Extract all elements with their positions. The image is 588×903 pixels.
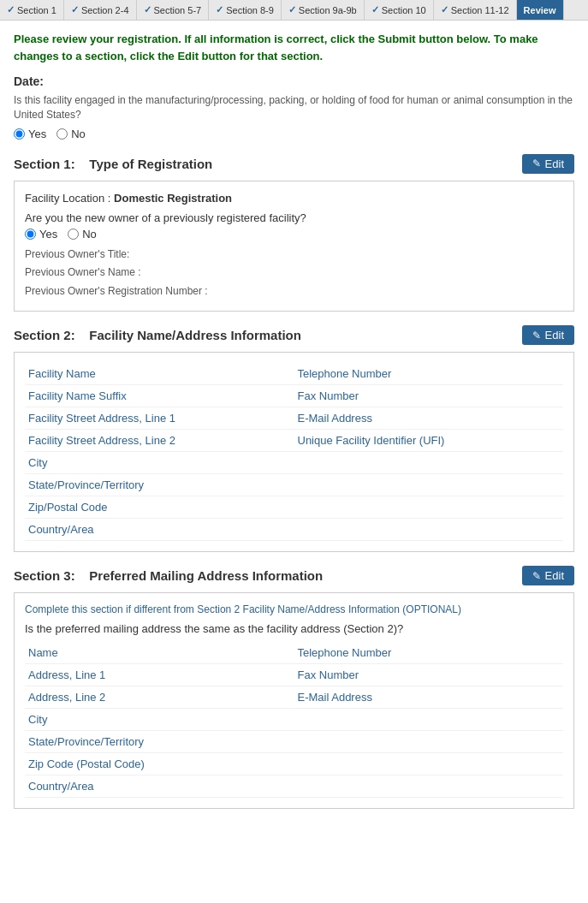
check-icon: ✓ (71, 4, 79, 15)
section3-edit-button[interactable]: ✎ Edit (522, 566, 574, 585)
ufi-field: Unique Facility Identifier (UFI) (294, 430, 564, 452)
nav-section2-4-label: Section 2-4 (81, 5, 129, 15)
pencil-icon: ✎ (532, 330, 541, 342)
section3-optional-note: Complete this section if different from … (25, 603, 563, 615)
check-icon: ✓ (216, 4, 223, 15)
nav-review[interactable]: Review (517, 0, 564, 20)
nav-section10-label: Section 10 (382, 5, 426, 15)
state-field: State/Province/Territory (25, 474, 294, 496)
telephone-field: Telephone Number (294, 363, 564, 385)
section1-number: Section 1: (14, 157, 75, 171)
street-address-line2-field: Facility Street Address, Line 2 (25, 430, 294, 452)
section3-edit-label: Edit (545, 569, 564, 582)
check-icon: ✓ (7, 4, 15, 15)
nav-section8-9-label: Section 8-9 (226, 5, 274, 15)
mailing-right-empty2 (294, 731, 564, 753)
section1-edit-button[interactable]: ✎ Edit (522, 154, 574, 174)
nav-section10[interactable]: ✓ Section 10 (365, 0, 434, 20)
street-address-line1-field: Facility Street Address, Line 1 (25, 407, 294, 430)
fax-field: Fax Number (294, 385, 564, 407)
section1-header: Section 1: Type of Registration ✎ Edit (14, 154, 574, 174)
date-no-label: No (71, 128, 86, 140)
facility-location-value: Domestic Registration (114, 192, 232, 205)
section2-title: Section 2: Facility Name/Address Informa… (14, 328, 301, 342)
nav-section8-9[interactable]: ✓ Section 8-9 (209, 0, 282, 20)
previous-owner-info: Previous Owner's Title: Previous Owner's… (25, 246, 563, 301)
nav-section11-12-label: Section 11-12 (451, 5, 509, 15)
right-empty2 (294, 474, 564, 496)
right-empty3 (294, 496, 564, 519)
new-owner-yes-radio[interactable] (25, 229, 36, 240)
new-owner-no-option[interactable]: No (68, 228, 97, 241)
city-field: City (25, 452, 294, 474)
section3-box: Complete this section if different from … (14, 592, 574, 809)
instruction-text: Please review your registration. If all … (14, 31, 574, 64)
date-no-option[interactable]: No (56, 128, 86, 140)
pencil-icon: ✎ (532, 570, 541, 582)
navigation-bar: ✓ Section 1 ✓ Section 2-4 ✓ Section 5-7 … (0, 0, 588, 21)
mailing-country-field: Country/Area (25, 775, 294, 798)
nav-section1[interactable]: ✓ Section 1 (0, 0, 64, 20)
mailing-name-field: Name (25, 642, 294, 664)
zip-field: Zip/Postal Code (25, 496, 294, 519)
facility-name-suffix-field: Facility Name Suffix (25, 385, 294, 407)
check-icon: ✓ (288, 4, 296, 15)
mailing-address-line2-field: Address, Line 2 (25, 686, 294, 709)
nav-section9a-9b-label: Section 9a-9b (299, 5, 357, 15)
nav-section9a-9b[interactable]: ✓ Section 9a-9b (282, 0, 365, 20)
facility-location-label: Facility Location : (25, 192, 110, 205)
mailing-zip-field: Zip Code (Postal Code) (25, 753, 294, 775)
section2-number: Section 2: (14, 328, 75, 342)
section1-title: Section 1: Type of Registration (14, 157, 212, 171)
section3-subtitle: Preferred Mailing Address Information (89, 568, 323, 583)
nav-section1-label: Section 1 (17, 5, 56, 15)
nav-section11-12[interactable]: ✓ Section 11-12 (434, 0, 517, 20)
pencil-icon: ✎ (532, 157, 541, 169)
check-icon: ✓ (144, 4, 151, 15)
right-empty1 (294, 452, 564, 474)
new-owner-no-label: No (82, 228, 97, 241)
date-section: Date: Is this facility engaged in the ma… (14, 74, 574, 140)
section2-subtitle: Facility Name/Address Information (89, 328, 301, 342)
nav-section5-7-label: Section 5-7 (154, 5, 202, 15)
new-owner-question: Are you the new owner of a previously re… (25, 211, 563, 224)
section2-header: Section 2: Facility Name/Address Informa… (14, 325, 574, 345)
section3-number: Section 3: (14, 568, 75, 583)
date-no-radio[interactable] (56, 128, 68, 140)
section3-header: Section 3: Preferred Mailing Address Inf… (14, 566, 574, 585)
facility-location-row: Facility Location : Domestic Registratio… (25, 192, 563, 205)
mailing-city-field: City (25, 709, 294, 731)
nav-section2-4[interactable]: ✓ Section 2-4 (64, 0, 137, 20)
facility-name-field: Facility Name (25, 363, 294, 385)
main-content: Please review your registration. If all … (0, 21, 588, 833)
check-icon: ✓ (371, 4, 379, 15)
mailing-telephone-field: Telephone Number (294, 642, 564, 664)
section1-edit-label: Edit (545, 157, 564, 170)
section2-edit-button[interactable]: ✎ Edit (522, 325, 574, 345)
right-empty4 (294, 519, 564, 541)
date-question: Is this facility engaged in the manufact… (14, 93, 574, 122)
email-field: E-Mail Address (294, 407, 564, 430)
date-yes-label: Yes (28, 128, 46, 140)
previous-owner-name-row: Previous Owner's Name : (25, 264, 563, 282)
mailing-address-line1-field: Address, Line 1 (25, 664, 294, 686)
section3-mailing-question: Is the preferred mailing address the sam… (25, 622, 563, 635)
mailing-state-field: State/Province/Territory (25, 731, 294, 753)
section1-box: Facility Location : Domestic Registratio… (14, 181, 574, 312)
nav-section5-7[interactable]: ✓ Section 5-7 (137, 0, 210, 20)
mailing-right-empty1 (294, 709, 564, 731)
mailing-right-empty4 (294, 775, 564, 798)
previous-owner-title-row: Previous Owner's Title: (25, 246, 563, 264)
new-owner-no-radio[interactable] (68, 229, 79, 240)
country-field: Country/Area (25, 519, 294, 541)
section3-fields: Name Telephone Number Address, Line 1 Fa… (25, 642, 563, 798)
section1-subtitle: Type of Registration (89, 157, 212, 171)
section2-fields: Facility Name Telephone Number Facility … (25, 363, 563, 541)
date-yes-option[interactable]: Yes (14, 128, 46, 140)
new-owner-yes-label: Yes (39, 228, 57, 241)
nav-review-label: Review (524, 5, 556, 15)
section2-box: Facility Name Telephone Number Facility … (14, 352, 574, 552)
mailing-fax-field: Fax Number (294, 664, 564, 686)
date-yes-radio[interactable] (14, 128, 25, 140)
new-owner-yes-option[interactable]: Yes (25, 228, 57, 241)
